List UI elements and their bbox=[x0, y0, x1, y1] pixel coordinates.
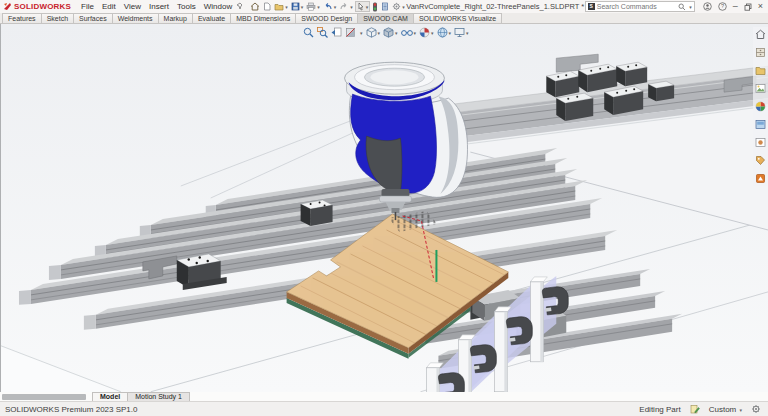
3d-viewport[interactable] bbox=[1, 24, 768, 392]
menu-edit[interactable]: Edit bbox=[98, 2, 120, 11]
tab-solidworks-visualize[interactable]: SOLIDWORKS Visualize bbox=[413, 13, 502, 23]
options-icon[interactable]: ▾ bbox=[391, 2, 406, 11]
pin-icon[interactable] bbox=[236, 2, 244, 12]
task-pane bbox=[753, 27, 768, 186]
window-controls: ? – × bbox=[703, 2, 763, 11]
redo-icon[interactable]: ▾ bbox=[338, 2, 354, 11]
zoom-to-area-icon[interactable] bbox=[317, 27, 328, 38]
search-icon[interactable] bbox=[678, 3, 686, 11]
tab-surfaces[interactable]: Surfaces bbox=[73, 13, 113, 23]
new-document-icon[interactable] bbox=[262, 2, 272, 11]
menu-view[interactable]: View bbox=[120, 2, 145, 11]
file-explorer-icon[interactable] bbox=[755, 65, 766, 76]
tab-scroll-bar[interactable] bbox=[2, 394, 86, 400]
bottom-tab-bar: Model Motion Study 1 bbox=[0, 392, 768, 401]
status-right-group: Editing Part Custom ▾ bbox=[639, 404, 763, 414]
view-orientation-icon[interactable]: ▾ bbox=[366, 27, 381, 38]
custom-properties-icon[interactable] bbox=[755, 155, 766, 166]
swood-library-icon[interactable] bbox=[755, 173, 766, 184]
hide-show-items-icon[interactable]: ▾ bbox=[401, 27, 417, 38]
design-library-icon[interactable] bbox=[755, 47, 766, 58]
document-title: VanRvComplete_Right_02-ThreePanels_1.SLD… bbox=[406, 2, 585, 11]
previous-view-icon[interactable] bbox=[331, 27, 342, 38]
save-icon[interactable]: ▾ bbox=[290, 2, 305, 11]
graphics-area[interactable]: ▾ ▾ ▾ ▾ ▾ ▾ ▾ bbox=[0, 24, 768, 392]
dropdown-arrow-icon: ▾ bbox=[360, 30, 363, 36]
edit-appearance-icon[interactable]: ▾ bbox=[419, 27, 434, 38]
menu-window[interactable]: Window bbox=[200, 2, 236, 11]
home-icon[interactable] bbox=[249, 2, 261, 11]
rebuild-icon[interactable] bbox=[371, 2, 379, 12]
tab-swood-cam[interactable]: SWOOD CAM bbox=[357, 13, 414, 23]
close-button[interactable]: × bbox=[758, 2, 763, 11]
user-login-icon[interactable] bbox=[703, 2, 712, 11]
solidworks-resources-icon[interactable] bbox=[755, 29, 766, 40]
editing-state-label: Editing Part bbox=[639, 405, 680, 414]
heads-up-toolbar: ▾ ▾ ▾ ▾ ▾ ▾ ▾ bbox=[301, 26, 471, 39]
select-icon[interactable]: ▾ bbox=[355, 1, 371, 12]
zoom-to-fit-icon[interactable] bbox=[303, 27, 314, 38]
search-dropdown-icon[interactable]: ▾ bbox=[689, 4, 692, 10]
command-manager-tabs: Features Sketch Surfaces Weldments Marku… bbox=[0, 13, 768, 24]
menu-tools[interactable]: Tools bbox=[173, 2, 200, 11]
view-palette-icon[interactable] bbox=[755, 83, 766, 94]
tab-sketch[interactable]: Sketch bbox=[41, 13, 74, 23]
tab-swood-design[interactable]: SWOOD Design bbox=[295, 13, 358, 23]
view-settings-icon[interactable]: ▾ bbox=[454, 27, 469, 38]
restore-button[interactable] bbox=[744, 3, 752, 11]
minimize-button[interactable]: – bbox=[733, 2, 738, 11]
undo-icon[interactable]: ▾ bbox=[322, 2, 338, 11]
print-icon[interactable]: ▾ bbox=[305, 2, 321, 11]
status-options-gear-icon[interactable] bbox=[751, 404, 761, 414]
quick-access-toolbar: ▾ ▾ ▾ ▾ ▾ ▾ ▾ bbox=[249, 1, 406, 12]
status-version: SOLIDWORKS Premium 2023 SP1.0 bbox=[5, 405, 138, 414]
decals-icon[interactable] bbox=[755, 137, 766, 148]
title-bar: SOLIDWORKS File Edit View Insert Tools W… bbox=[0, 0, 768, 13]
tab-weldments[interactable]: Weldments bbox=[112, 13, 159, 23]
search-commands-box[interactable]: S ▾ bbox=[585, 1, 695, 12]
scenes-icon[interactable] bbox=[755, 119, 766, 130]
menu-insert[interactable]: Insert bbox=[145, 2, 173, 11]
svg-text:?: ? bbox=[721, 3, 724, 9]
solidworks-badge-icon: S bbox=[588, 3, 595, 10]
logo-text: SOLIDWORKS bbox=[14, 2, 71, 11]
tab-evaluate[interactable]: Evaluate bbox=[192, 13, 231, 23]
tab-motion-study[interactable]: Motion Study 1 bbox=[127, 392, 190, 401]
help-icon[interactable]: ? bbox=[718, 2, 727, 11]
status-bar: SOLIDWORKS Premium 2023 SP1.0 Editing Pa… bbox=[0, 401, 768, 416]
section-view-icon[interactable] bbox=[345, 27, 356, 38]
unit-system-dropdown[interactable]: Custom ▾ bbox=[709, 405, 742, 414]
apply-scene-icon[interactable]: ▾ bbox=[437, 27, 452, 38]
file-properties-icon[interactable] bbox=[380, 2, 390, 11]
solidworks-logo-icon bbox=[3, 2, 12, 11]
search-input[interactable] bbox=[597, 3, 676, 10]
open-icon[interactable]: ▾ bbox=[273, 2, 289, 11]
display-style-icon[interactable]: ▾ bbox=[383, 27, 398, 38]
solidworks-logo: SOLIDWORKS bbox=[3, 2, 71, 11]
tab-model[interactable]: Model bbox=[92, 392, 128, 401]
menu-file[interactable]: File bbox=[77, 2, 98, 11]
tab-markup[interactable]: Markup bbox=[158, 13, 193, 23]
tab-mbd-dimensions[interactable]: MBD Dimensions bbox=[230, 13, 296, 23]
editing-part-icon bbox=[690, 404, 700, 414]
vacuum-pod-upper[interactable] bbox=[301, 200, 333, 226]
appearances-icon[interactable] bbox=[755, 101, 766, 112]
tab-features[interactable]: Features bbox=[2, 13, 42, 23]
